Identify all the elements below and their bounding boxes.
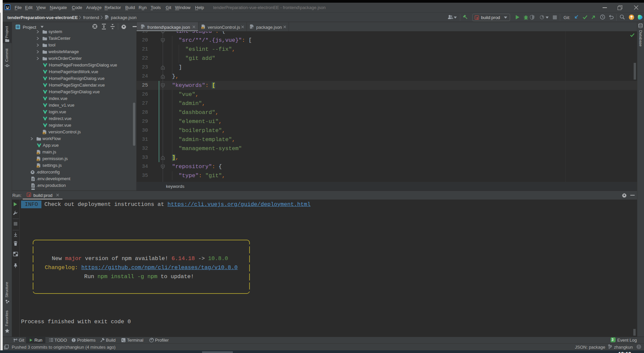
svg-text:JS: JS <box>37 152 39 154</box>
svg-text:JS: JS <box>37 166 39 168</box>
svg-text:JS: JS <box>43 132 45 134</box>
svg-text:JS: JS <box>37 159 39 161</box>
svg-text:JS: JS <box>202 27 204 29</box>
